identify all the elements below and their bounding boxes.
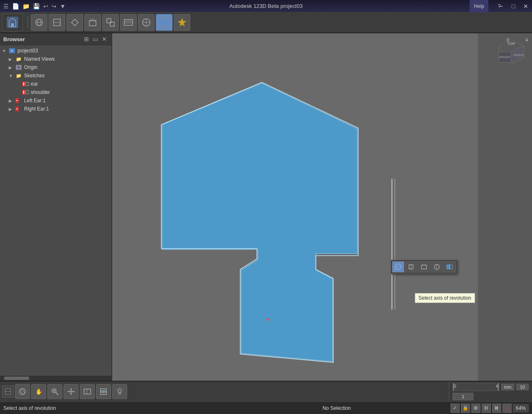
app-title: Autodesk 123D Beta project03 [229, 3, 303, 9]
svg-point-70 [118, 389, 121, 392]
svg-rect-8 [89, 21, 96, 26]
toolbar-btn-star[interactable] [174, 14, 190, 31]
toolbar-btn-7[interactable] [138, 14, 155, 31]
browser-scroll-area [0, 114, 111, 381]
right-ear-icon [15, 106, 23, 112]
browser-header-icons[interactable]: ⊞ ▭ ✕ [83, 35, 108, 43]
mini-toolbar [391, 260, 457, 274]
arrow-origin: ▶ [9, 65, 15, 70]
orbit-btn[interactable] [15, 384, 30, 399]
display-btn[interactable] [96, 384, 111, 399]
right-ear-label: Right Ear:1 [24, 106, 49, 112]
light-btn[interactable] [112, 384, 127, 399]
value-row: 1 [453, 393, 529, 400]
ruler-marker-right [498, 383, 499, 391]
status-snap-icon[interactable]: ⊟ [482, 404, 491, 413]
tooltip-text: Select axis of revolution [419, 295, 471, 301]
named-views-label: Named Views [24, 56, 55, 62]
shoulder-sketch-icon [21, 89, 30, 96]
main-toolbar: 2D [0, 12, 532, 33]
arrow-named-views: ▶ [9, 57, 15, 62]
tree-item-right-ear[interactable]: ▶ Right Ear:1 [7, 105, 111, 113]
tree-item-sketches[interactable]: ▼ 📁 Sketches [7, 71, 111, 80]
save-icon[interactable]: 💾 [32, 2, 41, 10]
left-ear-icon [15, 97, 23, 104]
help-button[interactable]: Help [470, 0, 488, 12]
toolbar-btn-4[interactable] [84, 14, 101, 31]
new-icon[interactable]: 📄 [11, 2, 20, 10]
minimize-button[interactable]: ─ [495, 0, 507, 12]
status-right: ✓ 🔒 ⊞ ⊟ ⊠ ⚠ 64% [451, 404, 529, 413]
left-ear-label: Left Ear:1 [24, 98, 46, 104]
tree-item-project03[interactable]: ▼ P project03 [0, 47, 111, 55]
viewport[interactable]: + Select axis of revolution [112, 33, 532, 381]
browser-scrollbar[interactable] [0, 376, 111, 381]
status-zoom: 64% [513, 404, 529, 412]
close-button[interactable]: ✕ [520, 0, 532, 12]
mini-btn-5[interactable] [443, 261, 456, 273]
tree-item-origin[interactable]: ▶ Origin [7, 63, 111, 71]
redo-icon[interactable]: ↪ [50, 2, 58, 10]
browser-icon-2[interactable]: ▭ [91, 35, 99, 43]
tree-item-named-views[interactable]: ▶ 📁 Named Views [7, 55, 111, 63]
toolbar-btn-3[interactable] [66, 14, 83, 31]
svg-rect-67 [84, 389, 91, 394]
named-views-folder-icon: 📁 [15, 56, 23, 62]
scrollbar-thumb[interactable] [4, 377, 29, 380]
svg-rect-12 [124, 20, 133, 25]
svg-line-58 [56, 392, 58, 395]
tree-item-shoulder[interactable]: shoulder [13, 88, 111, 96]
pan-btn[interactable]: ✋ [31, 384, 46, 399]
3d-viewport-svg [112, 33, 532, 381]
nav-toggle-btn[interactable] [2, 386, 14, 397]
svg-marker-64 [70, 393, 72, 395]
view-btn[interactable] [80, 384, 95, 399]
toolbar-btn-2d[interactable]: 2D [156, 14, 172, 31]
mini-btn-2[interactable] [405, 261, 417, 273]
home-view-button[interactable] [2, 14, 23, 31]
status-check-icon[interactable]: ✓ [451, 404, 460, 413]
svg-line-73 [116, 389, 117, 389]
extra-icon[interactable]: ▼ [59, 2, 67, 10]
toolbar-btn-2[interactable] [49, 14, 65, 31]
title-bar-left-icons[interactable]: ☰ 📄 📁 💾 ↩ ↪ ▼ [0, 0, 67, 12]
status-filter-icon[interactable]: ⊠ [492, 404, 501, 413]
browser-icon-1[interactable]: ⊞ [83, 35, 90, 43]
mini-btn-4[interactable] [431, 261, 443, 273]
status-lock-icon[interactable]: 🔒 [461, 404, 470, 413]
toolbar-btn-5[interactable] [102, 14, 119, 31]
toolbar-btn-1[interactable] [31, 14, 47, 31]
project-label: project03 [17, 48, 38, 54]
status-center: No Selection [227, 405, 446, 411]
undo-icon[interactable]: ↩ [42, 2, 49, 10]
sketches-children: ear shoulder [7, 80, 111, 96]
toolbar-btn-6[interactable] [120, 14, 137, 31]
measure-value-display: 1 [453, 393, 473, 400]
shoulder-label: shoulder [31, 89, 50, 95]
ruler-area: 0 4 [478, 33, 532, 381]
open-icon[interactable]: 📁 [21, 2, 31, 10]
app-menu-icon[interactable]: ☰ [2, 2, 10, 10]
origin-icon [15, 64, 23, 71]
mini-btn-1[interactable] [392, 261, 404, 273]
status-warning-icon[interactable]: ⚠ [502, 404, 512, 413]
svg-text:P: P [11, 49, 13, 53]
svg-rect-39 [421, 265, 426, 269]
move-btn[interactable] [64, 384, 79, 399]
maximize-button[interactable]: □ [507, 0, 520, 12]
3d-shape-face [162, 83, 357, 362]
zoom-btn[interactable] [47, 384, 62, 399]
unit-display: mm [501, 384, 514, 390]
ear-sketch-icon [21, 81, 30, 87]
tree-item-left-ear[interactable]: ▶ Left Ear:1 [7, 96, 111, 105]
browser-close-icon[interactable]: ✕ [101, 35, 108, 43]
svg-marker-7 [71, 19, 78, 26]
mini-btn-3[interactable] [418, 261, 430, 273]
tree-item-ear[interactable]: ear [13, 80, 111, 88]
browser-header: Browser ⊞ ▭ ✕ [0, 33, 111, 45]
window-controls[interactable]: ─ □ ✕ [495, 0, 532, 12]
svg-marker-63 [70, 388, 72, 390]
svg-line-74 [123, 389, 123, 389]
status-grid-icon[interactable]: ⊞ [471, 404, 480, 413]
arrow-left-ear: ▶ [9, 99, 15, 103]
